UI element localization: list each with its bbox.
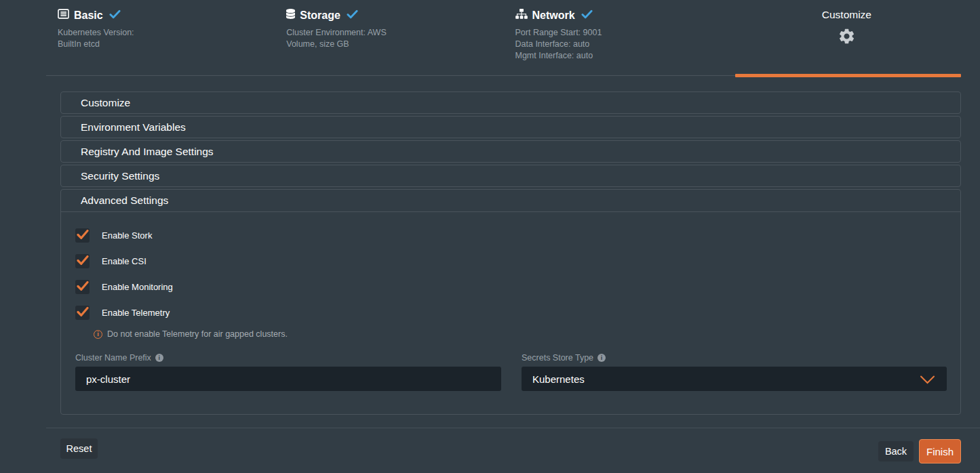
enable-stork-row: Enable Stork [75, 228, 947, 243]
accordion-section-label: Environment Variables [81, 121, 186, 133]
cluster-name-prefix-label: Cluster Name Prefix i [75, 353, 501, 363]
back-button[interactable]: Back [878, 441, 914, 461]
secrets-store-type-value: Kubernetes [532, 373, 585, 385]
step-complete-check-icon [581, 9, 593, 22]
gear-icon [739, 27, 954, 48]
wizard-stepper: Basic Kubernetes Version: BuiltIn etcd [46, 0, 961, 76]
accordion-section-label: Advanced Settings [81, 194, 168, 207]
step-network-label: Network [532, 9, 575, 22]
wizard-footer: Reset Back Finish [46, 428, 980, 473]
accordion-section-label: Registry And Image Settings [81, 146, 214, 158]
secrets-store-type-select[interactable]: Kubernetes [522, 367, 947, 391]
enable-monitoring-row: Enable Monitoring [75, 280, 947, 294]
advanced-fields-row: Cluster Name Prefix i Secrets Store Type… [75, 353, 947, 391]
step-storage-summary: Cluster Environment: AWS Volume, size GB [286, 27, 496, 50]
accordion-section-label: Customize [81, 97, 130, 109]
advanced-settings-body: Enable Stork Enable CSI [61, 212, 960, 414]
enable-csi-label: Enable CSI [102, 256, 146, 266]
finish-button[interactable]: Finish [919, 439, 961, 464]
step-storage-label: Storage [300, 9, 340, 22]
step-network-summary: Port Range Start: 9001 Data Interface: a… [515, 27, 726, 62]
accordion-section-advanced-settings[interactable]: Advanced Settings [61, 190, 960, 212]
step-customize-label: Customize [822, 9, 871, 21]
step-storage[interactable]: Storage Cluster Environment: AWS Volume,… [275, 0, 503, 75]
enable-telemetry-checkbox[interactable] [75, 306, 90, 320]
database-icon [286, 9, 295, 22]
step-basic-label: Basic [74, 9, 103, 22]
step-basic[interactable]: Basic Kubernetes Version: BuiltIn etcd [46, 0, 275, 75]
enable-stork-checkbox[interactable] [75, 228, 90, 243]
accordion-section-security-settings[interactable]: Security Settings [60, 165, 961, 187]
accordion-section-registry-image-settings[interactable]: Registry And Image Settings [60, 140, 961, 163]
step-customize[interactable]: Customize [732, 0, 961, 75]
accordion-section-customize[interactable]: Customize [60, 91, 961, 114]
enable-csi-row: Enable CSI [75, 254, 947, 268]
info-icon: i [94, 330, 102, 339]
cluster-name-prefix-field: Cluster Name Prefix i [75, 353, 501, 391]
customize-accordion: Customize Environment Variables Registry… [60, 91, 961, 417]
reset-button[interactable]: Reset [60, 438, 98, 459]
check-icon [77, 306, 89, 320]
check-icon [77, 281, 89, 294]
secrets-store-type-label: Secrets Store Type i [522, 353, 947, 363]
sitemap-icon [515, 9, 528, 22]
enable-telemetry-label: Enable Telemetry [102, 308, 170, 318]
step-complete-check-icon [347, 9, 358, 22]
enable-monitoring-checkbox[interactable] [75, 280, 90, 294]
check-icon [77, 229, 89, 243]
enable-csi-checkbox[interactable] [75, 254, 90, 268]
telemetry-note-text: Do not enable Telemetry for air gapped c… [107, 329, 288, 339]
cluster-name-prefix-input[interactable] [75, 367, 501, 391]
step-network[interactable]: Network Port Range Start: 9001 Data Inte… [504, 0, 732, 75]
info-icon[interactable]: i [597, 354, 606, 362]
cluster-spec-wizard: Basic Kubernetes Version: BuiltIn etcd [0, 0, 980, 473]
secrets-store-type-field: Secrets Store Type i Kubernetes [522, 353, 947, 391]
active-step-indicator [735, 74, 961, 77]
accordion-section-label: Security Settings [81, 170, 159, 182]
list-icon [58, 9, 69, 22]
step-complete-check-icon [109, 9, 121, 22]
enable-stork-label: Enable Stork [102, 230, 152, 241]
check-icon [77, 255, 89, 268]
accordion-section-advanced-settings-panel: Advanced Settings Enable Stork [60, 189, 961, 415]
chevron-down-icon [920, 375, 935, 386]
accordion-section-environment-variables[interactable]: Environment Variables [60, 116, 961, 138]
telemetry-note: i Do not enable Telemetry for air gapped… [94, 329, 947, 339]
enable-monitoring-label: Enable Monitoring [102, 282, 173, 292]
info-icon[interactable]: i [155, 354, 163, 362]
enable-telemetry-row: Enable Telemetry [75, 306, 947, 320]
step-basic-summary: Kubernetes Version: BuiltIn etcd [58, 27, 268, 50]
